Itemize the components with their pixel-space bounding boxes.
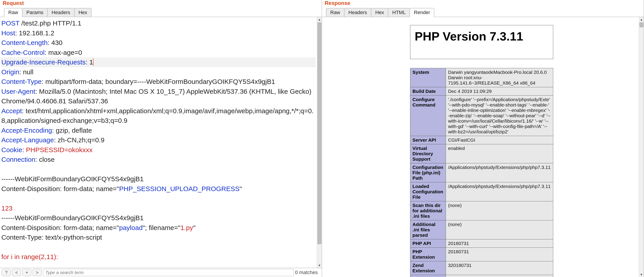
table-row: Loaded Configuration File/Applications/p… bbox=[410, 182, 553, 201]
info-value: (none) bbox=[446, 220, 553, 239]
tab-raw[interactable]: Raw bbox=[326, 8, 344, 17]
search-prev-button[interactable]: < bbox=[12, 269, 21, 276]
table-row: Virtual Directory Supportenabled bbox=[410, 144, 553, 163]
table-row: Configure Command'./configure' '--prefix… bbox=[410, 96, 553, 136]
search-add-button[interactable]: + bbox=[22, 269, 31, 276]
info-key: Server API bbox=[410, 136, 446, 144]
search-input[interactable] bbox=[43, 269, 294, 276]
request-scrollbar[interactable]: ▲ ▼ bbox=[317, 17, 322, 268]
info-value: 20180731 bbox=[446, 248, 553, 261]
tab-html[interactable]: HTML bbox=[388, 8, 410, 17]
table-row: Zend Extension BuildAPI320180731,TS bbox=[410, 275, 553, 277]
table-row: Server APICGI/FastCGI bbox=[410, 136, 553, 144]
info-key: Configure Command bbox=[410, 96, 446, 136]
tab-headers[interactable]: Headers bbox=[48, 8, 74, 17]
info-key: Loaded Configuration File bbox=[410, 182, 446, 201]
info-value: /Applications/phpstudy/Extensions/php/ph… bbox=[446, 163, 553, 182]
info-value: CGI/FastCGI bbox=[446, 136, 553, 144]
info-value: (none) bbox=[446, 201, 553, 220]
tab-hex[interactable]: Hex bbox=[371, 8, 388, 17]
info-value: API320180731,TS bbox=[446, 275, 553, 277]
request-panel: Request RawParamsHeadersHex POST /test2.… bbox=[0, 0, 322, 277]
info-key: PHP API bbox=[410, 239, 446, 248]
table-row: Zend Extension320180731 bbox=[410, 261, 553, 275]
info-key: Additional .ini files parsed bbox=[410, 220, 446, 239]
request-content: POST /test2.php HTTP/1.1Host: 192.168.1.… bbox=[0, 17, 322, 268]
response-tab-bar: RawHeadersHexHTMLRender bbox=[322, 8, 644, 17]
table-row: SystemDarwin yangyuntaodeMacbook-Pro.loc… bbox=[410, 68, 553, 87]
response-title: Response bbox=[322, 0, 644, 8]
search-next-button[interactable]: > bbox=[33, 269, 42, 276]
search-help-button[interactable]: ? bbox=[2, 269, 11, 276]
scroll-down-icon[interactable]: ▼ bbox=[317, 263, 322, 268]
tab-hex[interactable]: Hex bbox=[74, 8, 92, 17]
search-match-count: 0 matches bbox=[295, 269, 320, 275]
table-row: Additional .ini files parsed(none) bbox=[410, 220, 553, 239]
request-title: Request bbox=[0, 0, 322, 8]
phpinfo-table: SystemDarwin yangyuntaodeMacbook-Pro.loc… bbox=[410, 68, 553, 277]
table-row: Scan this dir for additional .ini files(… bbox=[410, 201, 553, 220]
scroll-up-icon[interactable]: ▲ bbox=[317, 17, 322, 22]
table-row: Configuration File (php.ini) Path/Applic… bbox=[410, 163, 553, 182]
table-row: Build DateDec 4 2019 11:09:29 bbox=[410, 87, 553, 96]
tab-headers[interactable]: Headers bbox=[344, 8, 371, 17]
tab-render[interactable]: Render bbox=[410, 8, 434, 17]
info-key: Build Date bbox=[410, 87, 446, 96]
tab-params[interactable]: Params bbox=[22, 8, 48, 17]
info-key: PHP Extension bbox=[410, 248, 446, 261]
request-tab-bar: RawParamsHeadersHex bbox=[0, 8, 322, 17]
response-scrollbar[interactable]: ▲ ▼ bbox=[639, 17, 644, 277]
scroll-thumb[interactable] bbox=[640, 22, 643, 27]
info-key: Zend Extension Build bbox=[410, 275, 446, 277]
info-value: 20180731 bbox=[446, 239, 553, 248]
info-value: Dec 4 2019 11:09:29 bbox=[446, 87, 553, 96]
scroll-thumb[interactable] bbox=[318, 22, 321, 244]
scroll-up-icon[interactable]: ▲ bbox=[639, 17, 644, 22]
info-value: /Applications/phpstudy/Extensions/php/ph… bbox=[446, 182, 553, 201]
response-panel: Response RawHeadersHexHTMLRender PHP Ver… bbox=[322, 0, 644, 277]
info-value: Darwin yangyuntaodeMacbook-Pro.local 20.… bbox=[446, 68, 553, 87]
php-version-banner: PHP Version 7.3.11 bbox=[410, 25, 553, 59]
response-render-view[interactable]: PHP Version 7.3.11 SystemDarwin yangyunt… bbox=[322, 17, 639, 277]
info-key: Zend Extension bbox=[410, 261, 446, 275]
info-key: Configuration File (php.ini) Path bbox=[410, 163, 446, 182]
request-search-bar: ? < + > 0 matches bbox=[0, 268, 322, 277]
info-value: './configure' '--prefix=/Applications/ph… bbox=[446, 96, 553, 136]
info-key: Virtual Directory Support bbox=[410, 144, 446, 163]
php-version-heading: PHP Version 7.3.11 bbox=[415, 29, 548, 43]
info-value: enabled bbox=[446, 144, 553, 163]
table-row: PHP API20180731 bbox=[410, 239, 553, 248]
scroll-down-icon[interactable]: ▼ bbox=[639, 272, 644, 277]
request-raw-editor[interactable]: POST /test2.php HTTP/1.1Host: 192.168.1.… bbox=[0, 17, 317, 268]
tab-raw[interactable]: Raw bbox=[4, 8, 22, 17]
response-content: PHP Version 7.3.11 SystemDarwin yangyunt… bbox=[322, 17, 644, 277]
info-key: Scan this dir for additional .ini files bbox=[410, 201, 446, 220]
table-row: PHP Extension20180731 bbox=[410, 248, 553, 261]
info-value: 320180731 bbox=[446, 261, 553, 275]
info-key: System bbox=[410, 68, 446, 87]
